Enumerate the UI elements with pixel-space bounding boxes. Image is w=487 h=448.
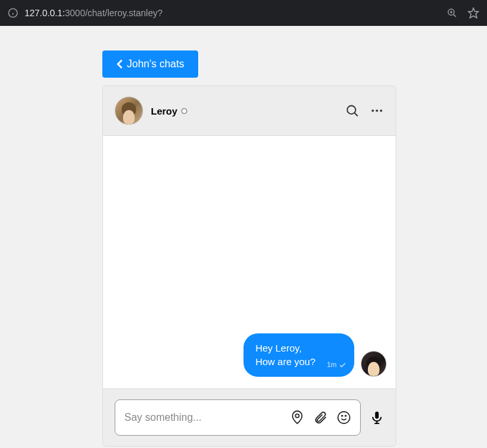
sender-avatar[interactable] [361, 351, 387, 377]
svg-point-8 [347, 106, 356, 114]
more-options-icon[interactable] [370, 104, 384, 118]
location-pin-icon[interactable] [290, 410, 304, 425]
svg-point-15 [342, 416, 343, 416]
back-button-label: John's chats [127, 58, 184, 70]
back-to-chats-button[interactable]: John's chats [102, 50, 198, 78]
svg-point-10 [372, 109, 374, 112]
svg-point-13 [295, 414, 299, 418]
microphone-icon[interactable] [370, 410, 384, 425]
check-icon [339, 361, 346, 369]
message-meta: 1m [327, 360, 346, 370]
message-row: Hey Leroy, How are you? 1m [244, 333, 387, 377]
chat-header: Leroy [103, 86, 396, 136]
chat-composer [103, 388, 396, 446]
chat-messages-area: Hey Leroy, How are you? 1m [103, 136, 396, 388]
chat-panel: Leroy Hey Leroy, How are you? 1m [102, 85, 396, 447]
svg-point-11 [376, 109, 378, 112]
message-input-container[interactable] [115, 399, 361, 436]
url-text: 127.0.0.1:3000/chat/leroy.stanley? [25, 8, 440, 18]
attachment-icon[interactable] [313, 410, 328, 425]
svg-point-14 [338, 412, 350, 423]
chevron-left-icon [117, 59, 123, 69]
search-icon[interactable] [345, 104, 359, 118]
info-icon [8, 8, 18, 18]
message-line: How are you? [255, 355, 315, 369]
message-input[interactable] [124, 412, 282, 423]
message-line: Hey Leroy, [255, 341, 315, 355]
outgoing-message-bubble[interactable]: Hey Leroy, How are you? 1m [244, 333, 354, 377]
contact-name: Leroy [151, 106, 187, 117]
status-indicator-offline [181, 108, 187, 114]
svg-point-16 [345, 416, 346, 416]
svg-line-4 [453, 14, 456, 17]
svg-point-12 [380, 109, 383, 112]
browser-url-bar[interactable]: 127.0.0.1:3000/chat/leroy.stanley? [0, 0, 487, 26]
emoji-icon[interactable] [337, 410, 351, 425]
svg-line-9 [355, 113, 358, 117]
svg-marker-7 [469, 8, 479, 18]
message-time: 1m [327, 360, 337, 370]
bookmark-star-icon[interactable] [468, 7, 479, 19]
contact-avatar[interactable] [115, 96, 143, 125]
zoom-icon[interactable] [447, 7, 457, 19]
